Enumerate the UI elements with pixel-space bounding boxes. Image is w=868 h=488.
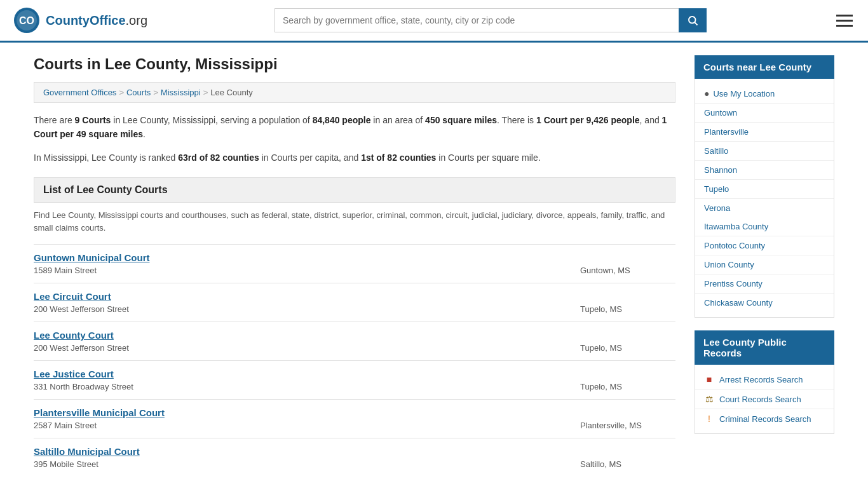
menu-button[interactable] <box>834 12 855 29</box>
pr-icon: ■ <box>704 374 714 384</box>
sidebar-city-link[interactable]: Tupelo <box>695 180 834 199</box>
public-records-links: ■Arrest Records Search⚖Court Records Sea… <box>695 365 834 434</box>
sidebar-city-link[interactable]: Guntown <box>695 104 834 123</box>
search-icon <box>687 15 698 26</box>
menu-bar <box>836 15 853 17</box>
sidebar-city-link[interactable]: Verona <box>695 199 834 217</box>
logo-text: CountyOffice.org <box>46 13 147 28</box>
court-city: Saltillo, MS <box>580 459 675 469</box>
court-details: 331 North Broadway Street Tupelo, MS <box>34 382 675 391</box>
use-my-location-link[interactable]: ● Use My Location <box>695 84 834 104</box>
pr-label: Arrest Records Search <box>719 375 803 384</box>
court-address: 1589 Main Street <box>34 266 97 275</box>
court-details: 395 Mobile Street Saltillo, MS <box>34 459 675 469</box>
sidebar-county-link[interactable]: Pontotoc County <box>695 236 834 255</box>
court-count: 9 Courts <box>75 115 111 125</box>
sidebar-city-link[interactable]: Saltillo <box>695 142 834 161</box>
public-record-link[interactable]: ⚖Court Records Search <box>695 390 834 409</box>
court-city: Plantersville, MS <box>580 421 675 430</box>
list-description: Find Lee County, Mississippi courts and … <box>34 209 675 234</box>
area: 450 square miles <box>425 115 497 125</box>
court-city: Tupelo, MS <box>580 382 675 391</box>
sidebar-cities: GuntownPlantersvilleSaltilloShannonTupel… <box>695 104 834 217</box>
location-icon: ● <box>704 88 709 98</box>
breadcrumb-lee-county: Lee County <box>210 88 253 97</box>
site-header: CO CountyOffice.org <box>0 0 868 43</box>
court-name[interactable]: Lee Circuit Court <box>34 291 675 302</box>
logo-icon: CO <box>13 6 41 34</box>
court-name[interactable]: Plantersville Municipal Court <box>34 407 675 418</box>
court-details: 1589 Main Street Guntown, MS <box>34 266 675 275</box>
search-input[interactable] <box>275 8 679 32</box>
court-address: 200 West Jefferson Street <box>34 304 129 314</box>
ranking-text: In Mississippi, Lee County is ranked 63r… <box>34 151 675 165</box>
public-record-link[interactable]: !Criminal Records Search <box>695 409 834 428</box>
public-records-section: Lee County Public Records ■Arrest Record… <box>695 330 834 434</box>
breadcrumb-mississippi[interactable]: Mississippi <box>161 88 201 97</box>
sidebar-county-link[interactable]: Chickasaw County <box>695 294 834 312</box>
svg-text:CO: CO <box>19 15 34 26</box>
search-area <box>275 8 707 32</box>
breadcrumb-gov-offices[interactable]: Government Offices <box>43 88 116 97</box>
sidebar: Courts near Lee County ● Use My Location… <box>695 55 834 477</box>
rank-sqmile: 1st of 82 counties <box>361 152 436 163</box>
courts-near-title: Courts near Lee County <box>695 55 834 79</box>
court-name[interactable]: Lee Justice Court <box>34 369 675 379</box>
per-capita: 1 Court per 9,426 people <box>536 115 640 125</box>
court-item: Guntown Municipal Court 1589 Main Street… <box>34 244 675 283</box>
court-name[interactable]: Lee County Court <box>34 330 675 341</box>
pr-label: Criminal Records Search <box>719 414 811 424</box>
menu-bar <box>836 20 853 22</box>
main-layout: Courts in Lee County, Mississippi Govern… <box>21 43 847 488</box>
desc-location: Lee County, Mississippi <box>123 115 215 125</box>
rank-capita: 63rd of 82 counties <box>178 152 259 163</box>
content-area: Courts in Lee County, Mississippi Govern… <box>34 55 675 477</box>
description-text: There are 9 Courts in Lee County, Missis… <box>34 113 675 142</box>
public-record-link[interactable]: ■Arrest Records Search <box>695 370 834 390</box>
page-title: Courts in Lee County, Mississippi <box>34 55 675 73</box>
court-name[interactable]: Saltillo Municipal Court <box>34 446 675 457</box>
court-city: Tupelo, MS <box>580 304 675 314</box>
sidebar-county-link[interactable]: Prentiss County <box>695 274 834 294</box>
court-item: Plantersville Municipal Court 2587 Main … <box>34 399 675 438</box>
sidebar-county-link[interactable]: Itawamba County <box>695 217 834 236</box>
sidebar-counties: Itawamba CountyPontotoc CountyUnion Coun… <box>695 217 834 312</box>
sidebar-city-link[interactable]: Plantersville <box>695 123 834 142</box>
pr-label: Court Records Search <box>719 395 801 404</box>
court-city: Guntown, MS <box>580 266 675 275</box>
court-address: 331 North Broadway Street <box>34 382 133 391</box>
menu-bar <box>836 25 853 27</box>
breadcrumb: Government Offices > Courts > Mississipp… <box>34 82 675 103</box>
breadcrumb-courts[interactable]: Courts <box>126 88 151 97</box>
courts-list: Guntown Municipal Court 1589 Main Street… <box>34 244 675 477</box>
courts-near-links: ● Use My Location GuntownPlantersvilleSa… <box>695 79 834 318</box>
population: 84,840 people <box>313 115 371 125</box>
court-details: 200 West Jefferson Street Tupelo, MS <box>34 343 675 353</box>
court-name[interactable]: Guntown Municipal Court <box>34 252 675 263</box>
public-records-title: Lee County Public Records <box>695 330 834 365</box>
svg-line-4 <box>695 22 697 25</box>
court-address: 395 Mobile Street <box>34 459 98 469</box>
court-details: 200 West Jefferson Street Tupelo, MS <box>34 304 675 314</box>
court-item: Lee Circuit Court 200 West Jefferson Str… <box>34 283 675 322</box>
svg-point-3 <box>689 17 696 24</box>
court-item: Saltillo Municipal Court 395 Mobile Stre… <box>34 438 675 477</box>
pr-icon: ! <box>704 414 714 424</box>
court-details: 2587 Main Street Plantersville, MS <box>34 421 675 430</box>
use-location-label: Use My Location <box>713 89 775 98</box>
sidebar-city-link[interactable]: Shannon <box>695 161 834 180</box>
courts-near-section: Courts near Lee County ● Use My Location… <box>695 55 834 318</box>
court-item: Lee Justice Court 331 North Broadway Str… <box>34 360 675 399</box>
court-city: Tupelo, MS <box>580 343 675 353</box>
logo-area: CO CountyOffice.org <box>13 6 147 34</box>
sidebar-county-link[interactable]: Union County <box>695 255 834 274</box>
pr-icon: ⚖ <box>704 394 714 404</box>
court-address: 200 West Jefferson Street <box>34 343 129 353</box>
search-button[interactable] <box>679 8 707 32</box>
list-section-header: List of Lee County Courts <box>34 177 675 203</box>
court-address: 2587 Main Street <box>34 421 97 430</box>
court-item: Lee County Court 200 West Jefferson Stre… <box>34 322 675 360</box>
